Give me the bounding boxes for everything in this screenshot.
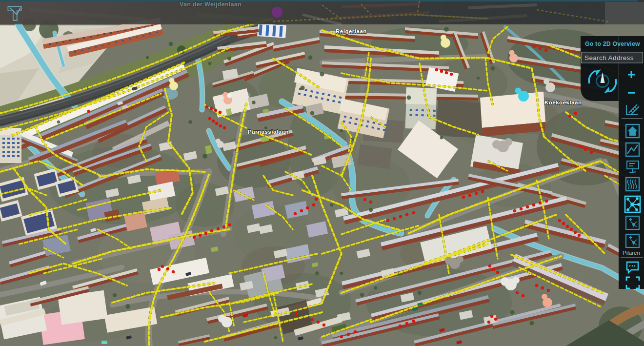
- svg-text:Pilaren: Pilaren: [623, 250, 640, 256]
- svg-text:Reigerlaan: Reigerlaan: [336, 28, 367, 34]
- svg-text:Koekoeklaan: Koekoeklaan: [544, 100, 582, 105]
- svg-text:Search Address: Search Address: [584, 54, 634, 61]
- svg-text:Go to 2D Overview: Go to 2D Overview: [585, 41, 640, 47]
- svg-text:Van der Weijdenlaan: Van der Weijdenlaan: [180, 1, 242, 8]
- svg-text:Parnassialaan: Parnassialaan: [248, 129, 289, 135]
